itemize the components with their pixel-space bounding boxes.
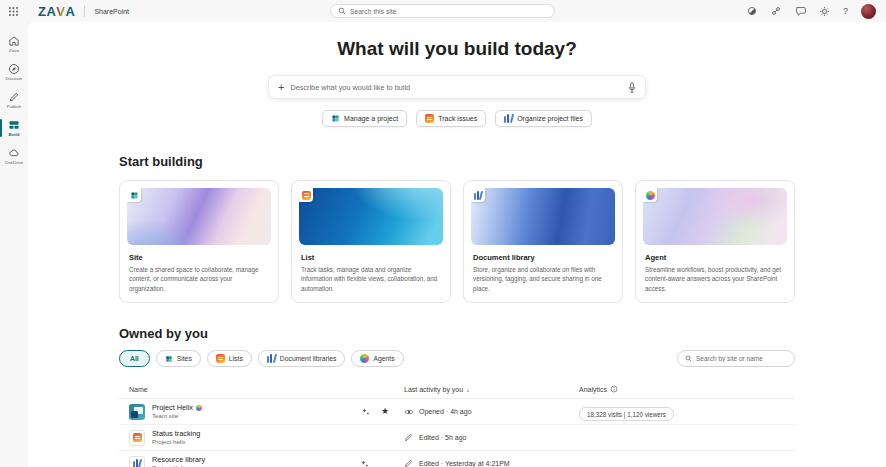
sidebar-item-zava[interactable]: Zava <box>0 31 28 57</box>
sidebar-item-publish[interactable]: Publish <box>0 87 28 113</box>
suggestion-chips: Manage a project Track issues Organize p… <box>28 110 886 127</box>
analytics-badge[interactable]: 18,328 visits | 1,120 viewers <box>579 407 674 421</box>
chip-label: Track issues <box>438 115 477 122</box>
chip-label: Manage a project <box>344 115 398 122</box>
pencil-icon <box>404 459 414 467</box>
card-list[interactable]: List Track tasks, manage data and organi… <box>291 180 451 303</box>
sidebar-item-label: Publish <box>7 104 21 109</box>
activity-text: Edited · Yesterday at 4:21PM <box>419 460 510 467</box>
section-title-owned-by-you: Owned by you <box>119 326 795 341</box>
copilot-badge-icon <box>196 405 203 412</box>
card-agent-image <box>643 188 787 245</box>
owned-search-box[interactable] <box>677 350 795 367</box>
microphone-icon[interactable] <box>628 82 636 93</box>
site-flower-icon <box>127 188 141 202</box>
document-library-icon <box>471 188 485 202</box>
top-bar: ZAVA SharePoint <box>0 0 886 22</box>
network-icon[interactable] <box>771 6 782 17</box>
team-site-icon <box>129 404 145 420</box>
chip-label: Organize project files <box>517 115 583 122</box>
chip-organize-files[interactable]: Organize project files <box>495 110 592 127</box>
list-icon <box>425 114 434 123</box>
main-content: What will you build today? + Manage a pr… <box>28 22 886 467</box>
copilot-icon <box>643 188 657 202</box>
card-site[interactable]: Site Create a shared space to collaborat… <box>119 180 279 303</box>
logo-letter: A <box>66 4 76 19</box>
filter-sites[interactable]: Sites <box>156 350 201 367</box>
pill-label: Document libraries <box>280 355 337 362</box>
pill-label: Lists <box>229 355 243 362</box>
site-search-box[interactable] <box>330 4 555 18</box>
favorite-star-icon[interactable]: ★ <box>381 407 389 416</box>
section-title-start-building: Start building <box>119 154 795 169</box>
row-title: Resource library <box>152 456 205 464</box>
activity-text: Edited · 5h ago <box>419 434 466 441</box>
row-title: Status tracking <box>152 430 200 438</box>
site-search-input[interactable] <box>350 8 547 15</box>
owned-search-input[interactable] <box>696 355 787 362</box>
sidebar-item-label: Discover <box>5 76 22 81</box>
sidebar-item-onedrive[interactable]: OneDrive <box>0 143 28 169</box>
card-description: Streamline workflows, boost productivity… <box>645 265 785 293</box>
card-document-library[interactable]: Document library Store, organize and col… <box>463 180 623 303</box>
help-icon[interactable]: ? <box>843 6 848 16</box>
card-document-library-image <box>471 188 615 245</box>
row-subtitle: Team site <box>152 412 355 419</box>
card-title: List <box>301 253 441 262</box>
list-icon <box>216 354 225 363</box>
filter-agents[interactable]: Agents <box>351 350 403 367</box>
table-row[interactable]: Resource library Project Helix <box>119 451 795 467</box>
document-library-tile-icon <box>129 456 145 467</box>
build-grid-icon <box>8 119 20 131</box>
pill-label: Agents <box>373 355 394 362</box>
sidebar-item-label: OneDrive <box>5 160 24 165</box>
table-row[interactable]: Project Helix Team site ★ <box>119 399 795 425</box>
card-agent[interactable]: Agent Streamline workflows, boost produc… <box>635 180 795 303</box>
row-subtitle: Project helix <box>152 438 382 445</box>
app-launcher-icon[interactable] <box>0 0 26 22</box>
document-library-icon <box>504 114 513 123</box>
sidebar-item-build[interactable]: Build <box>0 115 28 141</box>
card-site-image <box>127 188 271 245</box>
logo-letter: Z <box>38 4 46 19</box>
column-last-activity[interactable]: Last activity by you <box>404 386 463 393</box>
user-avatar[interactable] <box>861 4 876 19</box>
column-name[interactable]: Name <box>129 386 148 393</box>
theme-icon[interactable] <box>747 6 758 17</box>
search-icon <box>685 355 692 362</box>
copilot-icon <box>360 354 369 363</box>
sidebar-item-discover[interactable]: Discover <box>0 59 28 85</box>
zava-logo[interactable]: ZAVA <box>38 4 75 19</box>
settings-icon[interactable] <box>819 6 830 17</box>
sort-descending-icon[interactable]: ↓ <box>466 386 470 393</box>
filter-all[interactable]: All <box>119 350 150 367</box>
sparkle-icon[interactable] <box>361 460 369 467</box>
table-row[interactable]: Status tracking Project helix Edited · 5… <box>119 425 795 451</box>
left-rail: Zava Discover Publish Build OneDrive <box>0 22 28 467</box>
filter-lists[interactable]: Lists <box>207 350 252 367</box>
feedback-icon[interactable] <box>795 6 806 17</box>
column-analytics[interactable]: Analytics <box>579 386 607 393</box>
site-flower-icon <box>165 355 173 363</box>
card-title: Site <box>129 253 269 262</box>
build-prompt-box[interactable]: + <box>268 75 646 99</box>
pill-label: Sites <box>177 355 192 362</box>
search-icon <box>338 7 346 15</box>
compass-icon <box>8 63 20 75</box>
build-prompt-input[interactable] <box>290 83 622 92</box>
owned-table: Name Last activity by you ↓ Analytics <box>119 380 795 467</box>
home-icon <box>8 35 20 47</box>
sidebar-item-label: Build <box>9 132 20 137</box>
chip-manage-project[interactable]: Manage a project <box>322 110 407 127</box>
eye-icon <box>404 407 414 417</box>
card-description: Track tasks, manage data and organize in… <box>301 265 441 293</box>
logo-letter: V <box>56 4 65 19</box>
info-icon[interactable] <box>610 385 618 393</box>
filter-document-libraries[interactable]: Document libraries <box>258 350 346 367</box>
list-icon <box>299 188 313 202</box>
pill-label: All <box>130 355 139 362</box>
sparkle-icon[interactable] <box>362 408 370 416</box>
card-list-image <box>299 188 443 245</box>
chip-track-issues[interactable]: Track issues <box>416 110 486 127</box>
card-description: Create a shared space to collaborate, ma… <box>129 265 269 293</box>
